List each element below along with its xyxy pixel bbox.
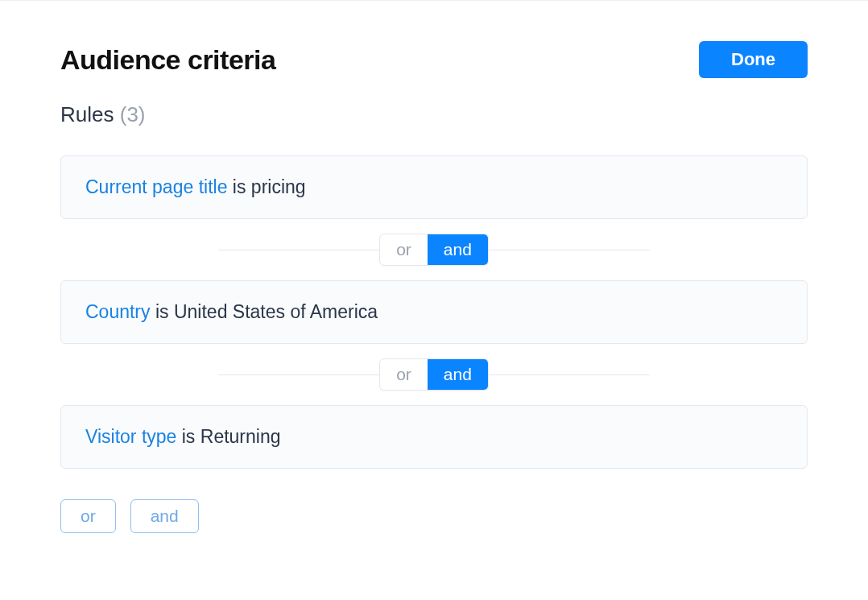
rules-count: (3) (120, 102, 146, 126)
add-and-rule-button[interactable]: and (130, 499, 199, 533)
rule-operator: is (155, 301, 169, 322)
connector-and-option[interactable]: and (428, 234, 488, 265)
connector-toggle: or and (379, 358, 489, 391)
add-or-rule-button[interactable]: or (60, 499, 116, 533)
rule-card[interactable]: Current page title is pricing (60, 155, 808, 219)
connector-row: or and (60, 358, 808, 391)
connector-and-option[interactable]: and (428, 359, 488, 390)
rules-heading: Rules (3) (60, 102, 808, 127)
connector-row: or and (60, 234, 808, 266)
rule-attribute: Country (85, 301, 151, 322)
rule-card[interactable]: Visitor type is Returning (60, 405, 808, 469)
page-title: Audience criteria (60, 44, 275, 76)
rule-card[interactable]: Country is United States of America (60, 280, 808, 344)
add-rule-row: or and (60, 499, 808, 533)
rule-attribute: Visitor type (85, 426, 176, 447)
rule-operator: is (233, 176, 246, 197)
connector-line (489, 374, 650, 375)
connector-or-option[interactable]: or (380, 234, 428, 265)
connector-or-option[interactable]: or (380, 359, 428, 390)
done-button[interactable]: Done (699, 41, 808, 78)
rule-attribute: Current page title (85, 176, 227, 197)
connector-line (218, 374, 379, 375)
rule-value: pricing (251, 176, 306, 197)
rule-value: Returning (200, 426, 281, 447)
rule-value: United States of America (174, 301, 378, 322)
connector-line (489, 250, 650, 250)
connector-line (218, 250, 379, 250)
rules-label: Rules (60, 102, 114, 126)
rule-operator: is (182, 426, 196, 447)
connector-toggle: or and (379, 234, 489, 266)
